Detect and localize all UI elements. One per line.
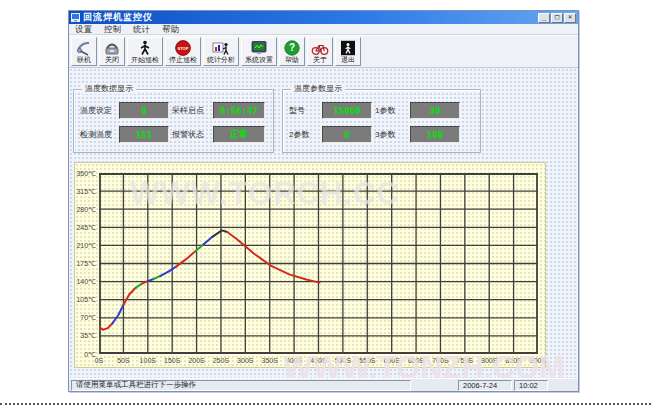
y-tick-label: 35℃ bbox=[75, 331, 96, 340]
group-temperature-params-title: 温度参数显示 bbox=[291, 84, 345, 94]
y-tick-label: 140℃ bbox=[75, 277, 96, 286]
field-label-param3: 3参数 bbox=[375, 129, 407, 140]
close-button[interactable]: × bbox=[564, 13, 576, 23]
y-tick-label: 210℃ bbox=[75, 241, 96, 250]
main-content: 温度数据显示 温度设定0采样启点9:56:47检测温度151报警状态正常 温度参… bbox=[69, 68, 578, 378]
toolbar-button-label: 开始巡检 bbox=[131, 56, 159, 64]
y-tick-label: 280℃ bbox=[75, 205, 96, 214]
stop-sign-icon: STOP bbox=[174, 40, 192, 56]
exit-person-icon bbox=[339, 40, 357, 56]
minimize-button[interactable]: _ bbox=[538, 13, 550, 23]
field-label-alarm-status: 报警状态 bbox=[172, 129, 210, 140]
field-label-param2: 2参数 bbox=[289, 129, 319, 140]
temp-params-fields: 型号TS9601参数302参数03参数180 bbox=[283, 90, 480, 143]
field-label-param1: 1参数 bbox=[375, 105, 407, 116]
y-tick-label: 315℃ bbox=[75, 187, 96, 196]
chart-person-icon bbox=[212, 40, 230, 56]
toolbar-button-close-connection[interactable]: 关闭 bbox=[99, 37, 125, 66]
menu-bar: 设置控制统计帮助 bbox=[69, 24, 578, 35]
curve-segment bbox=[99, 323, 113, 330]
toolbar-button-stop-patrol[interactable]: STOP停止巡检 bbox=[165, 37, 201, 66]
curve-segment bbox=[161, 267, 177, 276]
question-mark-icon: ? bbox=[283, 40, 301, 56]
toolbar-button-statistics-analysis[interactable]: 统计分析 bbox=[203, 37, 239, 66]
x-tick-label: 900S bbox=[524, 356, 552, 365]
menu-item-settings[interactable]: 设置 bbox=[69, 24, 98, 35]
status-date: 2006-7-24 bbox=[458, 380, 512, 391]
toolbar-button-label: 联机 bbox=[77, 56, 91, 64]
field-value-param3: 180 bbox=[410, 126, 460, 143]
field-value-model: TS960 bbox=[322, 102, 372, 119]
bicycle-icon bbox=[311, 40, 329, 56]
curve-segment bbox=[123, 288, 135, 305]
curve-segment bbox=[136, 284, 142, 288]
status-time: 10:02 bbox=[514, 380, 548, 391]
toolbar-button-label: 帮助 bbox=[285, 56, 299, 64]
toolbar-button-label: 关于 bbox=[313, 56, 327, 64]
curve-segment bbox=[113, 305, 124, 323]
svg-text:?: ? bbox=[289, 42, 295, 53]
menu-item-statistics[interactable]: 统计 bbox=[127, 24, 156, 35]
field-label-temp-setting: 温度设定 bbox=[80, 105, 116, 116]
toolbar-button-exit[interactable]: 退出 bbox=[335, 37, 361, 66]
curve-segment bbox=[176, 251, 196, 267]
toolbar-button-label: 关闭 bbox=[105, 56, 119, 64]
y-tick-label: 350℃ bbox=[75, 169, 96, 178]
y-tick-label: 175℃ bbox=[75, 259, 96, 268]
status-bar: 请使用菜单或工具栏进行下一步操作 2006-7-24 10:02 bbox=[69, 378, 578, 391]
monitor-icon bbox=[250, 40, 268, 56]
toolbar-button-label: 系统设置 bbox=[245, 56, 273, 64]
maximize-button[interactable]: □ bbox=[551, 13, 563, 23]
window-icon bbox=[71, 13, 80, 22]
app-window: 回流焊机监控仪 _ □ × 设置控制统计帮助 联机关闭开始巡检STOP停止巡检统… bbox=[68, 10, 579, 392]
menu-item-control[interactable]: 控制 bbox=[98, 24, 127, 35]
temperature-chart: WWW.TORCH.CC 350℃315℃280℃245℃210℃175℃140… bbox=[74, 162, 546, 368]
temp-data-fields: 温度设定0采样启点9:56:47检测温度151报警状态正常 bbox=[74, 90, 273, 143]
field-value-alarm-status: 正常 bbox=[213, 126, 265, 143]
title-bar[interactable]: 回流焊机监控仪 _ □ × bbox=[69, 11, 578, 24]
y-tick-label: 70℃ bbox=[75, 313, 96, 322]
plot-svg bbox=[99, 173, 538, 354]
connect-icon bbox=[75, 40, 93, 56]
phone-icon bbox=[103, 40, 121, 56]
status-message: 请使用菜单或工具栏进行下一步操作 bbox=[71, 380, 411, 391]
field-label-measured-temp: 检测温度 bbox=[80, 129, 116, 140]
toolbar-button-label: 停止巡检 bbox=[169, 56, 197, 64]
toolbar-button-connect[interactable]: 联机 bbox=[71, 37, 97, 66]
toolbar-button-system-settings[interactable]: 系统设置 bbox=[241, 37, 277, 66]
curve-segment bbox=[227, 232, 319, 283]
group-temperature-data: 温度数据显示 温度设定0采样启点9:56:47检测温度151报警状态正常 bbox=[73, 89, 274, 153]
field-label-sample-start: 采样启点 bbox=[172, 105, 210, 116]
toolbar-button-label: 统计分析 bbox=[207, 56, 235, 64]
toolbar-button-label: 退出 bbox=[341, 56, 355, 64]
field-value-param1: 30 bbox=[410, 102, 460, 119]
field-value-temp-setting: 0 bbox=[119, 102, 169, 119]
curve-segment bbox=[213, 230, 228, 236]
svg-text:STOP: STOP bbox=[178, 45, 189, 50]
menu-item-help[interactable]: 帮助 bbox=[156, 24, 185, 35]
field-value-measured-temp: 151 bbox=[119, 126, 169, 143]
field-value-sample-start: 9:56:47 bbox=[213, 102, 265, 119]
toolbar: 联机关闭开始巡检STOP停止巡检统计分析系统设置?帮助关于退出 bbox=[69, 35, 578, 68]
toolbar-button-help[interactable]: ?帮助 bbox=[279, 37, 305, 66]
field-label-model: 型号 bbox=[289, 105, 319, 116]
curve-segment bbox=[203, 237, 212, 245]
toolbar-button-about[interactable]: 关于 bbox=[307, 37, 333, 66]
group-temperature-data-title: 温度数据显示 bbox=[82, 84, 136, 94]
window-title: 回流焊机监控仪 bbox=[83, 11, 537, 24]
walking-person-icon bbox=[136, 40, 154, 56]
toolbar-button-start-patrol[interactable]: 开始巡检 bbox=[127, 37, 163, 66]
y-tick-label: 105℃ bbox=[75, 295, 96, 304]
field-value-param2: 0 bbox=[322, 126, 372, 143]
group-temperature-params: 温度参数显示 型号TS9601参数302参数03参数180 bbox=[282, 89, 481, 153]
y-tick-label: 245℃ bbox=[75, 223, 96, 232]
curve-segment bbox=[154, 276, 161, 279]
screenshot-page: 回流焊机监控仪 _ □ × 设置控制统计帮助 联机关闭开始巡检STOP停止巡检统… bbox=[0, 0, 651, 405]
